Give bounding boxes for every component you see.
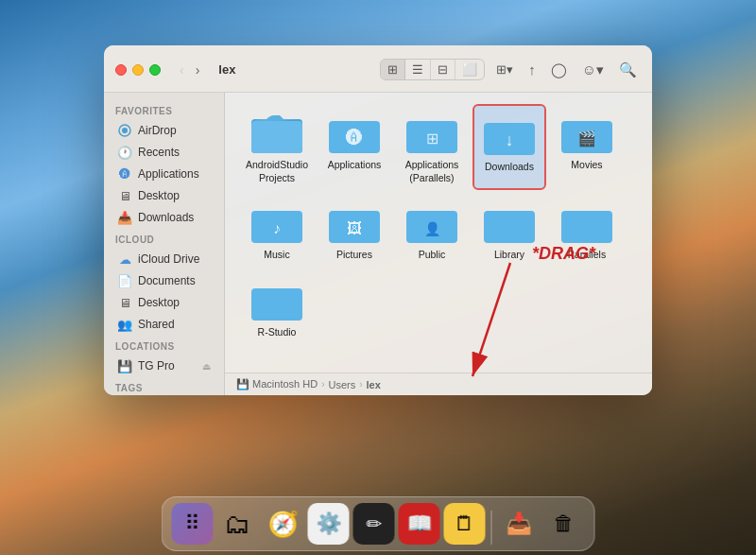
file-item-downloads[interactable]: ↓ Downloads bbox=[472, 104, 546, 190]
sidebar-item-shared[interactable]: 👥 Shared bbox=[108, 314, 220, 335]
file-item-library[interactable]: Library bbox=[472, 194, 546, 268]
file-name-applications: Applications bbox=[328, 159, 382, 172]
forward-button[interactable]: › bbox=[192, 61, 204, 79]
file-item-movies[interactable]: 🎬 Movies bbox=[550, 104, 624, 190]
share-button[interactable]: ↑ bbox=[524, 60, 540, 79]
sidebar-item-desktop-icloud[interactable]: 🖥 Desktop bbox=[108, 292, 220, 313]
dock-item-downloads-stack[interactable]: 📥 bbox=[498, 503, 540, 545]
tg-pro-icon: 💾 bbox=[117, 358, 132, 373]
svg-rect-5 bbox=[251, 121, 302, 153]
folder-icon-pictures: 🖼 bbox=[329, 199, 380, 245]
sidebar-item-desktop[interactable]: 🖥 Desktop bbox=[108, 185, 220, 206]
breadcrumb-hd: 💾 Macintosh HD bbox=[236, 378, 318, 390]
sidebar-item-applications[interactable]: 🅐 Applications bbox=[108, 164, 220, 184]
desktop-icloud-label: Desktop bbox=[138, 296, 180, 309]
icloud-drive-icon: ☁ bbox=[117, 251, 132, 267]
shared-icon: 👥 bbox=[117, 317, 132, 332]
action-button[interactable]: ☺▾ bbox=[578, 60, 608, 80]
dock-item-trash[interactable]: 🗑 bbox=[543, 503, 585, 545]
desktop-icloud-icon: 🖥 bbox=[117, 295, 132, 310]
back-button[interactable]: ‹ bbox=[176, 61, 188, 79]
file-item-public[interactable]: 👤 Public bbox=[395, 194, 469, 268]
sidebar-item-downloads[interactable]: 📥 Downloads bbox=[108, 207, 220, 228]
file-item-applications[interactable]: 🅐 Applications bbox=[318, 104, 391, 190]
breadcrumb: 💾 Macintosh HD › Users › lex bbox=[236, 378, 381, 390]
svg-point-1 bbox=[122, 128, 128, 133]
icloud-drive-label: iCloud Drive bbox=[138, 252, 199, 266]
file-item-pictures[interactable]: 🖼 Pictures bbox=[318, 194, 391, 268]
documents-label: Documents bbox=[138, 274, 196, 287]
airdrop-label: AirDrop bbox=[138, 124, 177, 137]
file-item-applications-parallels[interactable]: ⊞ Applications (Parallels) bbox=[395, 104, 469, 190]
file-name-public: Public bbox=[419, 249, 446, 262]
minimize-button[interactable] bbox=[132, 64, 144, 76]
maximize-button[interactable] bbox=[149, 64, 161, 76]
folder-icon-r-studio bbox=[251, 277, 302, 322]
dock-item-pocket[interactable]: 📖 bbox=[399, 503, 440, 545]
breadcrumb-sep2: › bbox=[359, 379, 362, 390]
nav-arrows: ‹ › bbox=[176, 61, 203, 79]
file-item-music[interactable]: ♪ Music bbox=[240, 194, 314, 268]
svg-text:⊞: ⊞ bbox=[426, 130, 438, 147]
sidebar-item-documents[interactable]: 📄 Documents bbox=[108, 270, 220, 291]
tags-label: Tags bbox=[104, 377, 224, 395]
tag-button[interactable]: ◯ bbox=[547, 60, 571, 80]
file-item-parallels[interactable]: Parallels bbox=[550, 194, 624, 268]
dock-item-pencil[interactable]: ✏ bbox=[353, 503, 395, 545]
view-group: ⊞ ☰ ⊟ ⬜ bbox=[380, 59, 485, 80]
tg-pro-label: TG Pro bbox=[138, 359, 175, 373]
icon-view-button[interactable]: ⊞ bbox=[381, 60, 405, 79]
sidebar-item-tg-pro[interactable]: 💾 TG Pro ⏏ bbox=[108, 356, 220, 376]
search-button[interactable]: 🔍 bbox=[615, 60, 641, 80]
file-item-androidstudio[interactable]: AndroidStudioProjects bbox=[240, 104, 314, 190]
sidebar: Favorites AirDrop 🕐 Recents 🅐 Applicatio… bbox=[104, 93, 225, 395]
file-item-r-studio[interactable]: R-Studio bbox=[240, 271, 314, 345]
gallery-view-button[interactable]: ⬜ bbox=[455, 60, 484, 79]
eject-icon[interactable]: ⏏ bbox=[202, 361, 211, 372]
svg-text:♪: ♪ bbox=[273, 220, 281, 236]
svg-rect-20 bbox=[484, 211, 535, 243]
svg-text:🎬: 🎬 bbox=[577, 130, 596, 147]
list-view-button[interactable]: ☰ bbox=[405, 60, 431, 79]
dock-item-launchpad[interactable]: ⠿ bbox=[172, 503, 214, 545]
applications-label: Applications bbox=[138, 167, 199, 181]
svg-rect-21 bbox=[561, 211, 612, 243]
content-area: AndroidStudioProjects 🅐 Applications bbox=[225, 93, 652, 395]
folder-icon-library bbox=[484, 199, 535, 245]
file-name-applications-parallels: Applications (Parallels) bbox=[399, 159, 465, 184]
close-button[interactable] bbox=[115, 64, 127, 76]
column-view-button[interactable]: ⊟ bbox=[431, 60, 455, 79]
file-name-androidstudio: AndroidStudioProjects bbox=[244, 159, 310, 184]
dock-item-finder[interactable]: 🗂 bbox=[217, 503, 259, 545]
dock-item-system-prefs[interactable]: ⚙️ bbox=[308, 503, 350, 545]
finder-body: Favorites AirDrop 🕐 Recents 🅐 Applicatio… bbox=[104, 93, 652, 395]
status-bar: 💾 Macintosh HD › Users › lex bbox=[225, 373, 652, 395]
file-name-library: Library bbox=[494, 249, 524, 262]
svg-rect-22 bbox=[251, 288, 302, 321]
folder-icon-applications-parallels: ⊞ bbox=[406, 110, 457, 155]
dock-item-safari[interactable]: 🧭 bbox=[263, 503, 304, 545]
file-name-pictures: Pictures bbox=[336, 249, 372, 262]
svg-text:🅐: 🅐 bbox=[346, 129, 363, 147]
file-name-music: Music bbox=[264, 249, 289, 262]
group-by-button[interactable]: ⊞▾ bbox=[492, 61, 517, 78]
traffic-lights bbox=[115, 64, 161, 76]
svg-text:👤: 👤 bbox=[424, 221, 441, 237]
sidebar-item-recents[interactable]: 🕐 Recents bbox=[108, 142, 220, 163]
airdrop-icon bbox=[117, 123, 132, 138]
folder-icon-public: 👤 bbox=[406, 199, 457, 245]
applications-icon: 🅐 bbox=[117, 166, 132, 182]
desktop-icon: 🖥 bbox=[117, 188, 132, 203]
breadcrumb-users: Users bbox=[328, 379, 355, 390]
icloud-label: iCloud bbox=[104, 229, 224, 248]
desktop-label: Desktop bbox=[138, 189, 180, 202]
sidebar-item-airdrop[interactable]: AirDrop bbox=[108, 120, 220, 141]
downloads-label: Downloads bbox=[138, 211, 194, 224]
downloads-sidebar-icon: 📥 bbox=[117, 210, 132, 225]
file-grid: AndroidStudioProjects 🅐 Applications bbox=[225, 93, 652, 373]
recents-label: Recents bbox=[138, 146, 180, 159]
folder-icon-parallels bbox=[561, 199, 612, 245]
dock-item-notes[interactable]: 🗒 bbox=[444, 503, 486, 545]
folder-icon-movies: 🎬 bbox=[561, 110, 612, 155]
sidebar-item-icloud-drive[interactable]: ☁ iCloud Drive bbox=[108, 249, 220, 269]
